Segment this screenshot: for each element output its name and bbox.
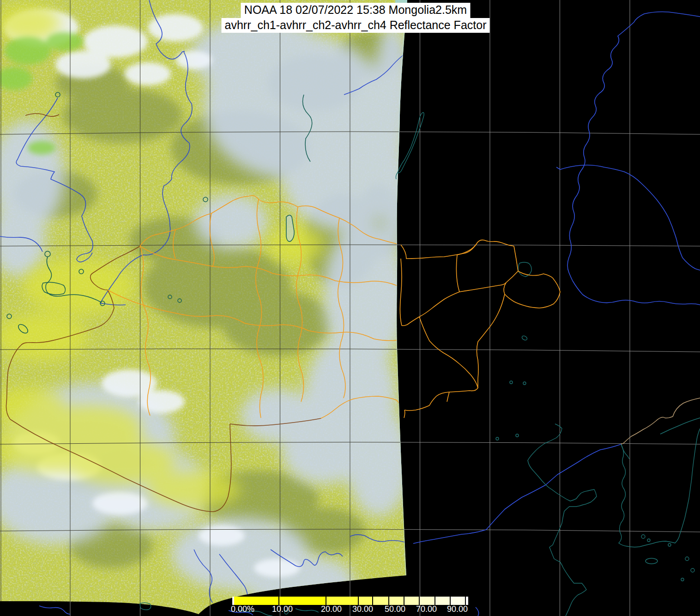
title-line-1: NOAA 18 02/07/2022 15:38 Mongolia2.5km <box>241 3 470 18</box>
map-title: NOAA 18 02/07/2022 15:38 Mongolia2.5km a… <box>222 3 490 33</box>
title-line-2: avhrr_ch1-avhrr_ch2-avhrr_ch4 Reflectanc… <box>222 18 490 33</box>
satellite-map <box>0 0 700 616</box>
satellite-image-viewer: NOAA 18 02/07/2022 15:38 Mongolia2.5km a… <box>0 0 700 616</box>
